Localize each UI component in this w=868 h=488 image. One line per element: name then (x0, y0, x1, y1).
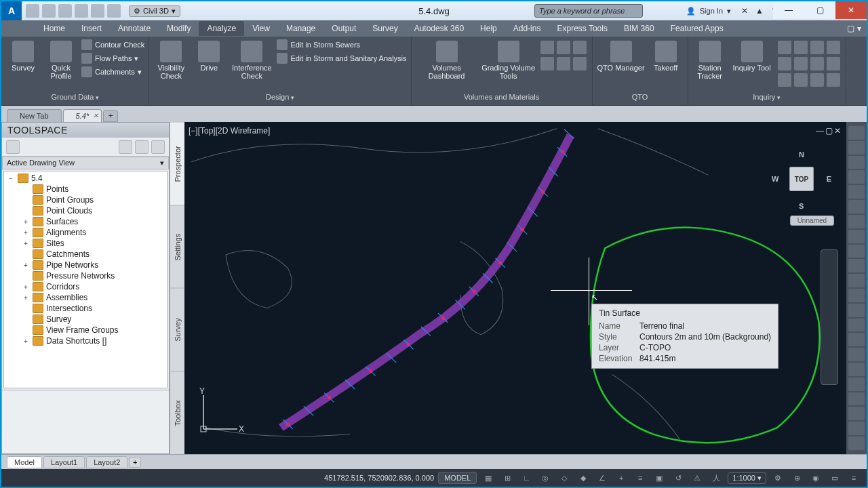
right-tool-icon[interactable] (848, 348, 865, 361)
flow-paths-button[interactable]: Flow Paths ▾ (81, 52, 144, 65)
viewcube[interactable]: N S E W TOP (769, 146, 834, 211)
right-tool-icon[interactable] (848, 200, 865, 214)
right-tool-icon[interactable] (848, 185, 865, 199)
visibility-check-button[interactable]: Visibility Check (153, 38, 189, 80)
tree-node-intersections[interactable]: Intersections (4, 303, 167, 314)
right-tool-icon[interactable] (848, 289, 865, 302)
tree-node-catchments[interactable]: Catchments (4, 249, 167, 260)
app-menu-button[interactable]: A (1, 1, 22, 20)
right-tool-icon[interactable] (848, 304, 865, 317)
vol-tool-icon[interactable] (557, 41, 570, 54)
minimize-button[interactable]: — (773, 1, 804, 19)
viewcube-north[interactable]: N (799, 150, 804, 159)
viewport-maximize-icon[interactable]: ▢ (825, 126, 833, 136)
tree-node-alignments[interactable]: +Alignments (4, 227, 167, 238)
grading-volume-button[interactable]: Grading Volume Tools (481, 38, 536, 80)
expand-icon[interactable]: + (22, 338, 30, 345)
signin-button[interactable]: 👤 Sign In ▾ (686, 7, 731, 16)
lineweight-toggle-icon[interactable]: ≡ (633, 471, 648, 485)
ribbon-minimize-icon[interactable]: ▾ (857, 24, 861, 33)
annotation-scale-dropdown[interactable]: 1:1000 ▾ (728, 472, 766, 484)
panel-title-ground[interactable]: Ground Data (51, 93, 99, 101)
ribbon-tab-survey[interactable]: Survey (364, 21, 406, 36)
ribbon-tab-home[interactable]: Home (35, 21, 73, 36)
annotation-monitor-icon[interactable]: ⚠ (690, 471, 705, 485)
annotation-scale-icon[interactable]: 人 (709, 471, 724, 485)
ts-item-icon[interactable] (119, 140, 132, 154)
ribbon-cycle-icon[interactable]: ▢ (847, 24, 854, 33)
qat-redo-icon[interactable] (91, 4, 104, 18)
inq-tool-icon[interactable] (810, 41, 824, 54)
navigation-bar[interactable] (821, 249, 838, 385)
toolspace-view-dropdown[interactable]: Active Drawing View▾ (2, 157, 169, 169)
prospector-tree[interactable]: −5.4PointsPoint GroupsPoint Clouds+Surfa… (3, 171, 167, 388)
3dosnap-toggle-icon[interactable]: ◆ (576, 471, 591, 485)
right-tool-icon[interactable] (848, 436, 865, 450)
ribbon-tab-express-tools[interactable]: Express Tools (549, 21, 615, 36)
right-tool-icon[interactable] (848, 215, 865, 228)
transparency-toggle-icon[interactable]: ▣ (652, 471, 667, 485)
station-tracker-button[interactable]: Station Tracker (692, 38, 728, 80)
right-tool-icon[interactable] (848, 156, 865, 169)
ribbon-tab-bim-360[interactable]: BIM 360 (616, 21, 663, 36)
panel-title-design[interactable]: Design (266, 93, 294, 101)
ribbon-tab-help[interactable]: Help (472, 21, 505, 36)
isolate-objects-icon[interactable]: ◉ (808, 471, 823, 485)
vol-tool-icon[interactable] (573, 41, 587, 54)
expand-icon[interactable]: + (22, 229, 30, 237)
polar-toggle-icon[interactable]: ◎ (538, 471, 553, 485)
catchments-button[interactable]: Catchments ▾ (81, 65, 144, 79)
expand-icon[interactable]: + (22, 294, 30, 302)
infocenter-search[interactable]: Type a keyword or phrase (534, 4, 643, 18)
file-tab-active[interactable]: 5.4*✕ (63, 109, 102, 122)
ribbon-tab-analyze[interactable]: Analyze (199, 21, 244, 36)
tree-node-corridors[interactable]: +Corridors (4, 281, 167, 292)
toolspace-tab-settings[interactable]: Settings (170, 205, 184, 289)
edit-storm-sanitary-button[interactable]: Edit in Storm and Sanitary Analysis (277, 52, 406, 65)
tree-node-view-frame-groups[interactable]: View Frame Groups (4, 325, 167, 336)
tree-node-sites[interactable]: +Sites (4, 238, 167, 249)
vol-tool-icon[interactable] (540, 41, 554, 54)
vol-tool-icon[interactable] (573, 57, 587, 70)
right-tool-icon[interactable] (848, 126, 865, 140)
inq-tool-icon[interactable] (827, 57, 840, 70)
close-button[interactable]: ✕ (835, 1, 867, 19)
ribbon-tab-manage[interactable]: Manage (278, 21, 323, 36)
otrack-toggle-icon[interactable]: ∠ (595, 471, 610, 485)
vol-tool-icon[interactable] (540, 57, 554, 70)
right-tool-icon[interactable] (848, 230, 865, 243)
toolspace-tab-toolbox[interactable]: Toolbox (170, 371, 184, 455)
right-tool-icon[interactable] (848, 422, 865, 435)
inq-tool-icon[interactable] (778, 57, 791, 70)
workspace-switch-icon[interactable]: ⚙ (770, 471, 785, 485)
tree-node-survey[interactable]: Survey (4, 314, 167, 325)
exchange-icon[interactable]: ✕ (738, 4, 751, 18)
survey-button[interactable]: Survey (5, 38, 41, 72)
quick-profile-button[interactable]: Quick Profile (43, 38, 79, 80)
inquiry-tool-button[interactable]: Inquiry Tool (730, 38, 774, 72)
toolspace-tab-survey[interactable]: Survey (170, 288, 184, 371)
viewcube-south[interactable]: S (799, 202, 804, 210)
tree-node-points[interactable]: Points (4, 184, 167, 195)
model-space-button[interactable]: MODEL (438, 472, 477, 484)
tree-node-surfaces[interactable]: +Surfaces (4, 216, 167, 227)
right-tool-icon[interactable] (848, 141, 865, 155)
takeoff-button[interactable]: Takeoff (648, 38, 684, 72)
toolspace-tab-prospector[interactable]: Prospector (170, 122, 184, 205)
ribbon-tab-output[interactable]: Output (323, 21, 364, 36)
customization-icon[interactable]: ≡ (846, 471, 861, 485)
ribbon-tab-view[interactable]: View (244, 21, 278, 36)
ribbon-tab-insert[interactable]: Insert (73, 21, 110, 36)
ts-help-icon[interactable] (151, 140, 165, 154)
qat-undo-icon[interactable] (75, 4, 88, 18)
viewcube-ucs-label[interactable]: Unnamed (790, 216, 834, 226)
ribbon-tab-add-ins[interactable]: Add-ins (505, 21, 549, 36)
right-tool-icon[interactable] (848, 363, 865, 376)
layout-tab-model[interactable]: Model (7, 456, 42, 468)
tree-node-data-shortcuts-[interactable]: +Data Shortcuts [] (4, 336, 167, 346)
edit-storm-sewers-button[interactable]: Edit in Storm Sewers (277, 38, 406, 52)
clean-screen-icon[interactable]: ▭ (827, 471, 842, 485)
right-tool-icon[interactable] (848, 259, 865, 272)
viewcube-west[interactable]: W (772, 175, 778, 183)
ribbon-tab-modify[interactable]: Modify (159, 21, 199, 36)
